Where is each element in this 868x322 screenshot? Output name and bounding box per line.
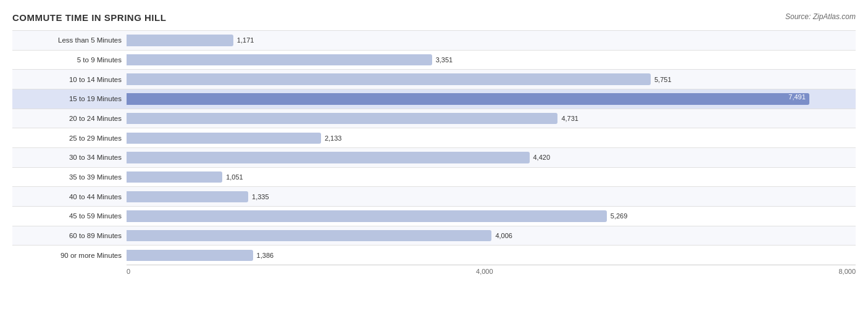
bar-label: 30 to 34 Minutes: [12, 154, 127, 161]
bar-fill: [127, 171, 222, 183]
bar-fill: [127, 250, 253, 261]
source-label: Source: ZipAtlas.com: [785, 12, 856, 21]
bar-label: 35 to 39 Minutes: [12, 173, 127, 181]
bar-value-label: 5,269: [611, 212, 868, 220]
bar-track: 1,386: [127, 250, 856, 261]
bar-label: 20 to 24 Minutes: [12, 115, 127, 122]
bar-row: 15 to 19 Minutes7,491: [12, 89, 856, 109]
bar-value-label: 3,351: [436, 56, 868, 64]
bar-value-label: 4,731: [561, 115, 868, 122]
bar-value-label: 4,006: [495, 232, 868, 239]
bar-label: 45 to 59 Minutes: [12, 212, 127, 220]
bar-value-label: 7,491: [788, 93, 806, 101]
bar-row: 35 to 39 Minutes1,051: [12, 167, 856, 187]
bar-label: Less than 5 Minutes: [12, 36, 127, 44]
bar-value-label: 1,386: [257, 252, 868, 259]
bar-row: 10 to 14 Minutes5,751: [12, 69, 856, 89]
chart-container: COMMUTE TIME IN SPRING HILL Source: ZipA…: [0, 0, 868, 322]
bar-fill: [127, 210, 607, 221]
bar-track: 4,006: [127, 230, 856, 241]
bar-value-label: 4,420: [533, 154, 869, 161]
bar-label: 90 or more Minutes: [12, 252, 127, 259]
bar-track: 2,133: [127, 133, 856, 144]
bar-track: 4,731: [127, 113, 856, 124]
bar-value-label: 2,133: [325, 134, 868, 142]
bar-fill: [127, 191, 248, 202]
bar-row: 5 to 9 Minutes3,351: [12, 50, 856, 70]
bar-row: 90 or more Minutes1,386: [12, 245, 856, 265]
bar-value-label: 1,171: [237, 36, 868, 44]
bar-row: 40 to 44 Minutes1,335: [12, 186, 856, 206]
bar-label: 60 to 89 Minutes: [12, 232, 127, 239]
bar-fill: [127, 113, 557, 124]
x-axis-tick: 8,000: [838, 268, 856, 275]
bar-row: 25 to 29 Minutes2,133: [12, 128, 856, 147]
bar-value-label: 5,751: [654, 76, 868, 83]
x-axis: 04,0008,000: [127, 265, 856, 275]
bar-fill: [127, 35, 233, 46]
bar-label: 15 to 19 Minutes: [12, 95, 127, 102]
chart-area: Less than 5 Minutes1,1715 to 9 Minutes3,…: [12, 30, 856, 275]
bar-row: 60 to 89 Minutes4,006: [12, 226, 856, 246]
bar-fill: [127, 54, 432, 65]
bar-fill: [127, 152, 530, 163]
bar-row: 30 to 34 Minutes4,420: [12, 147, 856, 167]
x-axis-tick: 4,000: [130, 268, 838, 275]
bar-label: 25 to 29 Minutes: [12, 134, 127, 142]
bar-fill: [127, 230, 491, 241]
bar-row: 20 to 24 Minutes4,731: [12, 109, 856, 128]
bar-track: 1,335: [127, 191, 856, 202]
chart-title: COMMUTE TIME IN SPRING HILL: [12, 12, 856, 23]
bar-track: 7,491: [127, 93, 856, 104]
bar-label: 40 to 44 Minutes: [12, 193, 127, 200]
bar-label: 5 to 9 Minutes: [12, 56, 127, 64]
bar-track: 3,351: [127, 54, 856, 65]
bar-label: 10 to 14 Minutes: [12, 76, 127, 83]
bar-row: 45 to 59 Minutes5,269: [12, 206, 856, 226]
bar-track: 1,051: [127, 171, 856, 183]
bar-value-label: 1,335: [252, 193, 868, 200]
bar-track: 5,751: [127, 73, 856, 85]
bar-value-label: 1,051: [226, 173, 868, 181]
bar-fill: [127, 133, 321, 144]
bar-row: Less than 5 Minutes1,171: [12, 30, 856, 50]
bar-fill: 7,491: [127, 93, 809, 104]
bar-fill: [127, 73, 651, 85]
bars-section: Less than 5 Minutes1,1715 to 9 Minutes3,…: [12, 30, 856, 265]
bar-track: 4,420: [127, 152, 856, 163]
bar-track: 1,171: [127, 35, 856, 46]
bar-track: 5,269: [127, 210, 856, 221]
